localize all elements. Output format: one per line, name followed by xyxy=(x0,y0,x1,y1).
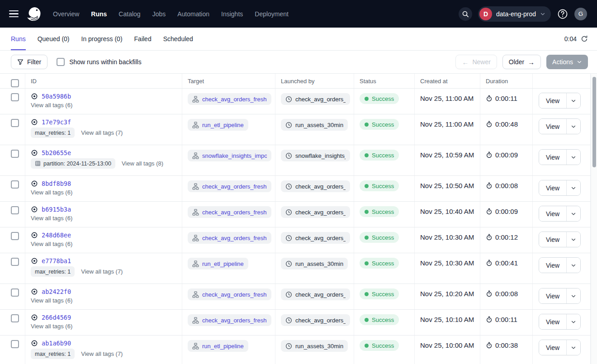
row-checkbox[interactable] xyxy=(11,232,19,240)
nav-item-overview[interactable]: Overview xyxy=(53,10,79,18)
run-id-link[interactable]: ab1a6b90 xyxy=(42,340,71,347)
filter-button[interactable]: Filter xyxy=(11,55,47,69)
run-id-link[interactable]: 248d68ee xyxy=(42,232,71,239)
view-button[interactable]: View xyxy=(539,258,567,273)
launched-by-link[interactable]: snowflake_insights_… xyxy=(281,150,350,161)
target-link[interactable]: snowflake_insights_import xyxy=(188,150,271,161)
view-dropdown-button[interactable] xyxy=(567,258,580,273)
view-button[interactable]: View xyxy=(539,288,567,303)
run-id-link[interactable]: 50a5986b xyxy=(42,93,71,100)
view-button[interactable]: View xyxy=(539,232,567,247)
launched-by-link[interactable]: check_avg_orders_f… xyxy=(281,288,350,300)
launched-by-link[interactable]: run_assets_30min xyxy=(281,119,348,131)
menu-icon[interactable] xyxy=(9,10,19,18)
view-button[interactable]: View xyxy=(539,180,567,195)
older-button[interactable]: Older → xyxy=(502,55,541,69)
nav-item-catalog[interactable]: Catalog xyxy=(118,10,140,18)
launched-by-link[interactable]: check_avg_orders_f… xyxy=(281,232,350,244)
newer-button[interactable]: ← Newer xyxy=(455,55,497,69)
tag-pill[interactable]: max_retries: 1 xyxy=(31,349,75,359)
run-id-link[interactable]: ab2422f0 xyxy=(42,288,71,295)
search-button[interactable] xyxy=(459,7,472,21)
view-button[interactable]: View xyxy=(539,340,567,355)
target-link[interactable]: check_avg_orders_freshne xyxy=(188,288,271,300)
view-all-tags-link[interactable]: View all tags (7) xyxy=(81,129,123,136)
tab-scheduled[interactable]: Scheduled xyxy=(163,28,193,50)
launched-by-link[interactable]: run_assets_30min xyxy=(281,258,348,269)
view-dropdown-button[interactable] xyxy=(567,288,580,303)
view-button[interactable]: View xyxy=(539,93,567,108)
nav-item-automation[interactable]: Automation xyxy=(177,10,209,18)
nav-item-jobs[interactable]: Jobs xyxy=(152,10,166,18)
view-dropdown-button[interactable] xyxy=(567,119,580,134)
nav-item-runs[interactable]: Runs xyxy=(91,10,107,18)
row-checkbox[interactable] xyxy=(11,93,19,101)
dagster-logo-icon[interactable] xyxy=(26,5,43,23)
target-link[interactable]: check_avg_orders_freshne xyxy=(188,180,271,192)
view-all-tags-link[interactable]: View all tags (6) xyxy=(31,297,72,304)
view-all-tags-link[interactable]: View all tags (6) xyxy=(31,215,72,222)
view-dropdown-button[interactable] xyxy=(567,232,580,247)
row-checkbox[interactable] xyxy=(11,119,19,127)
launched-by-link[interactable]: check_avg_orders_f… xyxy=(281,93,350,105)
view-dropdown-button[interactable] xyxy=(567,340,580,355)
row-checkbox[interactable] xyxy=(11,314,19,322)
target-link[interactable]: run_etl_pipeline xyxy=(188,119,248,131)
target-link[interactable]: check_avg_orders_freshne xyxy=(188,206,271,218)
nav-item-deployment[interactable]: Deployment xyxy=(255,10,289,18)
row-checkbox[interactable] xyxy=(11,288,19,297)
view-all-tags-link[interactable]: View all tags (6) xyxy=(31,189,72,196)
tab-in-progress[interactable]: In progress (0) xyxy=(81,28,123,50)
view-button[interactable]: View xyxy=(539,150,567,165)
deployment-switcher[interactable]: D data-eng-prod xyxy=(478,6,551,22)
view-all-tags-link[interactable]: View all tags (6) xyxy=(31,323,72,330)
target-link[interactable]: check_avg_orders_freshne xyxy=(188,232,271,244)
scrollbar-track[interactable] xyxy=(591,74,597,364)
row-checkbox[interactable] xyxy=(11,258,19,266)
help-button[interactable] xyxy=(557,8,569,20)
target-link[interactable]: check_avg_orders_freshne xyxy=(188,314,271,326)
view-dropdown-button[interactable] xyxy=(567,93,580,108)
launched-by-link[interactable]: check_avg_orders_f… xyxy=(281,180,350,192)
view-all-tags-link[interactable]: View all tags (7) xyxy=(81,350,123,357)
tag-pill[interactable]: partition: 2024-11-25-13:00 xyxy=(31,158,115,169)
run-id-link[interactable]: 17e79c3f xyxy=(42,118,71,126)
row-checkbox[interactable] xyxy=(11,206,19,214)
refresh-icon[interactable] xyxy=(581,35,588,43)
target-link[interactable]: check_avg_orders_freshne xyxy=(188,93,271,105)
view-all-tags-link[interactable]: View all tags (7) xyxy=(81,268,123,275)
row-checkbox[interactable] xyxy=(11,180,19,189)
tab-failed[interactable]: Failed xyxy=(134,28,152,50)
view-all-tags-link[interactable]: View all tags (6) xyxy=(31,102,72,109)
run-id-link[interactable]: e7778ba1 xyxy=(42,257,71,265)
row-checkbox[interactable] xyxy=(11,340,19,348)
launched-by-link[interactable]: check_avg_orders_f… xyxy=(281,314,350,326)
run-id-link[interactable]: 266d4569 xyxy=(42,314,71,321)
tab-runs[interactable]: Runs xyxy=(11,28,26,50)
select-all-checkbox[interactable] xyxy=(11,79,19,87)
nav-item-insights[interactable]: Insights xyxy=(221,10,243,18)
target-link[interactable]: run_etl_pipeline xyxy=(188,258,248,269)
row-checkbox[interactable] xyxy=(11,150,19,158)
show-backfills-checkbox[interactable] xyxy=(57,58,65,66)
scrollbar-thumb[interactable] xyxy=(592,77,596,167)
view-dropdown-button[interactable] xyxy=(567,314,580,329)
tag-pill[interactable]: max_retries: 1 xyxy=(31,128,75,138)
tab-queued[interactable]: Queued (0) xyxy=(38,28,70,50)
view-dropdown-button[interactable] xyxy=(567,180,580,195)
view-button[interactable]: View xyxy=(539,119,567,134)
target-link[interactable]: run_etl_pipeline xyxy=(188,340,248,352)
launched-by-link[interactable]: check_avg_orders_f… xyxy=(281,206,350,218)
run-id-link[interactable]: 8bdf8b98 xyxy=(42,180,71,187)
tag-pill[interactable]: max_retries: 1 xyxy=(31,266,75,277)
view-button[interactable]: View xyxy=(539,206,567,221)
view-dropdown-button[interactable] xyxy=(567,150,580,165)
view-all-tags-link[interactable]: View all tags (8) xyxy=(122,160,163,167)
run-id-link[interactable]: 5b20655e xyxy=(42,149,71,156)
user-avatar[interactable]: G xyxy=(574,8,587,20)
view-dropdown-button[interactable] xyxy=(567,206,580,221)
view-button[interactable]: View xyxy=(539,314,567,329)
run-id-link[interactable]: b6915b3a xyxy=(42,206,71,213)
launched-by-link[interactable]: run_assets_30min xyxy=(281,340,348,352)
view-all-tags-link[interactable]: View all tags (6) xyxy=(31,241,72,247)
